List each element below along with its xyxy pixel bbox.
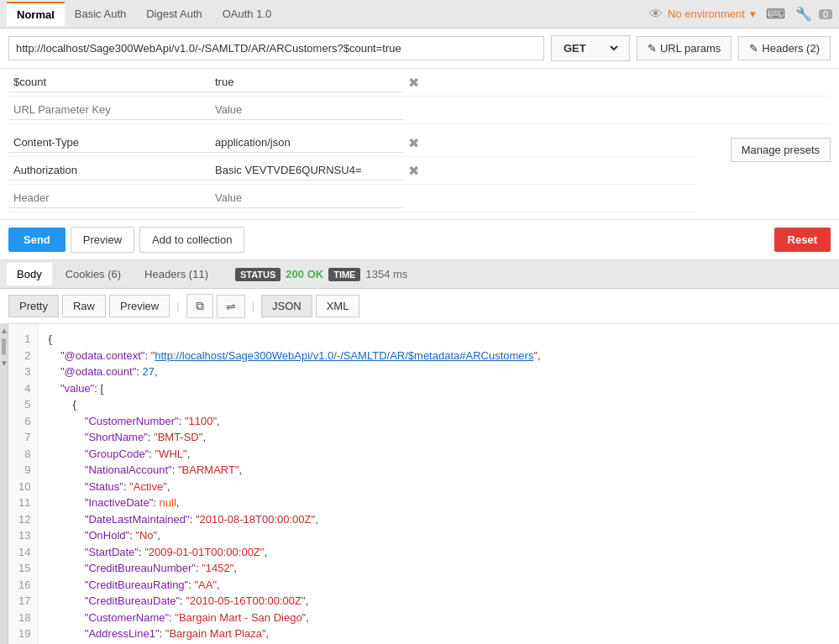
param-del-count[interactable]: ✖ (408, 75, 419, 91)
header-row-empty (8, 185, 697, 212)
tab-digest-auth[interactable]: Digest Auth (136, 3, 212, 25)
header-key-content-type[interactable] (8, 133, 210, 153)
toolbar-icons: ⌨ 🔧 0 (763, 4, 832, 24)
odata-context-link[interactable]: http://localhost/Sage300WebApi/v1.0/-/SA… (155, 349, 533, 362)
time-label: TIME (328, 268, 360, 281)
env-dropdown-icon: ▾ (750, 8, 756, 20)
format-bar: Pretty Raw Preview | ⧉ ⇌ | JSON XML (0, 289, 839, 324)
header-del-auth[interactable]: ✖ (408, 163, 419, 179)
response-tabs: Body Cookies (6) Headers (11) STATUS 200… (0, 260, 839, 289)
params-section: ✖ ✖ ✖ Manage presets (0, 69, 839, 220)
resp-tab-cookies[interactable]: Cookies (6) (55, 263, 131, 285)
fmt-xml-button[interactable]: XML (316, 295, 360, 317)
header-key-empty[interactable] (8, 188, 210, 208)
manage-presets-button[interactable]: Manage presets (731, 138, 831, 162)
status-label: STATUS (235, 268, 281, 281)
reset-button[interactable]: Reset (774, 228, 831, 252)
param-val-empty[interactable] (210, 100, 403, 120)
edit-icon: ✎ (648, 42, 657, 55)
fmt-pretty-button[interactable]: Pretty (8, 295, 59, 317)
environment-select[interactable]: No environment (668, 8, 745, 20)
header-val-auth[interactable] (210, 160, 403, 181)
url-params-button[interactable]: ✎ URL params (637, 36, 732, 60)
tab-basic-auth[interactable]: Basic Auth (65, 3, 136, 25)
top-nav: Normal Basic Auth Digest Auth OAuth 1.0 … (0, 0, 839, 29)
header-row-content-type: ✖ (8, 129, 697, 157)
headers-edit-icon: ✎ (749, 42, 758, 55)
header-val-empty[interactable] (210, 188, 403, 208)
tab-normal[interactable]: Normal (7, 2, 65, 26)
param-row-count: ✖ (8, 69, 831, 97)
add-collection-button[interactable]: Add to collection (139, 227, 244, 253)
headers-button[interactable]: ✎ Headers (2) (738, 36, 831, 60)
header-key-auth[interactable] (8, 160, 210, 181)
scroll-up[interactable]: ▲ (0, 324, 8, 337)
fmt-preview-button[interactable]: Preview (109, 295, 170, 317)
eye-icon: 👁 (649, 7, 663, 22)
param-key-empty[interactable] (8, 100, 210, 120)
status-badge: STATUS 200 OK TIME 1354 ms (235, 268, 407, 281)
scroll-thumb[interactable] (2, 338, 6, 355)
time-value: 1354 ms (365, 268, 407, 280)
count-badge: 0 (819, 9, 832, 19)
left-scrollbar[interactable]: ▲ ▼ (0, 324, 8, 644)
copy-icon-button[interactable]: ⧉ (186, 294, 213, 318)
tab-oauth[interactable]: OAuth 1.0 (212, 3, 282, 25)
scroll-down[interactable]: ▼ (0, 357, 8, 369)
url-bar: GET POST PUT DELETE ✎ URL params ✎ Heade… (0, 29, 839, 69)
wrench-icon[interactable]: 🔧 (792, 4, 815, 24)
wrap-icon-button[interactable]: ⇌ (217, 295, 245, 318)
header-del-content-type[interactable]: ✖ (408, 135, 419, 151)
keyboard-icon[interactable]: ⌨ (763, 4, 789, 24)
environment-area: 👁 No environment ▾ (649, 7, 756, 22)
method-selector[interactable]: GET POST PUT DELETE (551, 35, 630, 61)
resp-tab-body[interactable]: Body (7, 263, 52, 285)
param-val-count[interactable] (210, 72, 403, 92)
header-val-content-type[interactable] (210, 133, 403, 153)
header-row-auth: ✖ (8, 157, 697, 185)
fmt-json-button[interactable]: JSON (261, 295, 312, 317)
preview-button[interactable]: Preview (71, 227, 134, 253)
param-key-count[interactable] (8, 72, 210, 92)
action-bar: Send Preview Add to collection Reset (0, 220, 839, 260)
code-content: { "@odata.context": "http://localhost/Sa… (38, 324, 839, 644)
url-input[interactable] (8, 36, 544, 60)
status-value: 200 OK (286, 268, 323, 280)
send-button[interactable]: Send (8, 228, 66, 252)
param-row-empty (8, 97, 831, 124)
resp-tab-headers[interactable]: Headers (11) (134, 263, 218, 285)
fmt-raw-button[interactable]: Raw (62, 295, 106, 317)
line-numbers: 12345 678910 1112131415 1617181920 21222… (8, 324, 38, 644)
method-dropdown[interactable]: GET POST PUT DELETE (560, 41, 621, 55)
code-area: ▲ ▼ 12345 678910 1112131415 1617181920 2… (0, 324, 839, 644)
